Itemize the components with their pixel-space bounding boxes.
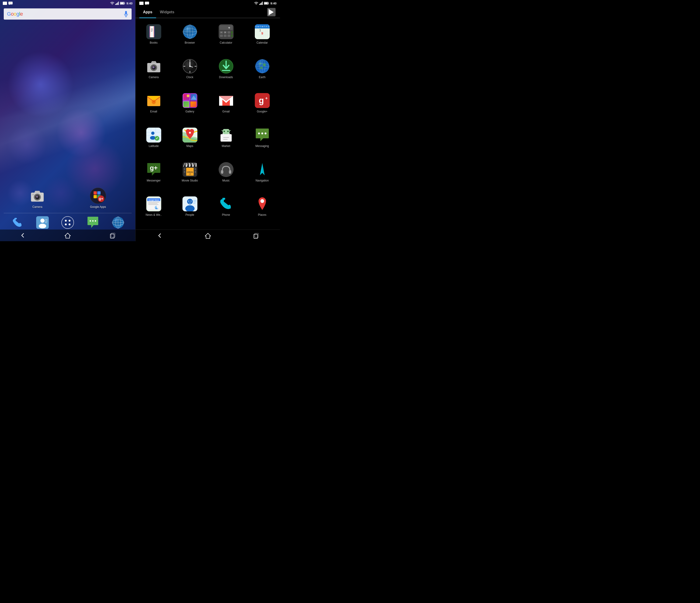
svg-rect-64 xyxy=(269,9,269,16)
app-navigation[interactable]: Navigation xyxy=(244,158,280,193)
music-label: Music xyxy=(222,179,230,182)
svg-line-162 xyxy=(222,130,223,131)
svg-rect-210 xyxy=(193,200,197,201)
navigation-icon xyxy=(255,162,270,177)
drawer-recents-button[interactable] xyxy=(250,231,262,240)
app-camera[interactable]: Camera xyxy=(135,55,172,90)
app-gallery[interactable]: Gallery xyxy=(172,89,208,124)
google-plus-icon: g + xyxy=(255,93,270,108)
app-drawer: 9:40 Apps Widgets xyxy=(135,0,280,241)
svg-rect-184 xyxy=(195,171,196,173)
tab-apps[interactable]: Apps xyxy=(139,6,156,18)
app-news[interactable]: Google News ☁ News & We.. xyxy=(135,193,172,227)
app-phone[interactable]: Phone xyxy=(208,193,244,227)
drawer-time: 9:40 xyxy=(270,2,276,5)
svg-rect-59 xyxy=(262,2,263,5)
recents-button[interactable] xyxy=(107,231,119,240)
home-camera-label: Camera xyxy=(32,205,43,208)
app-movie-studio[interactable]: CROS 25 Movie Studio xyxy=(172,158,208,193)
svg-text:−: − xyxy=(221,31,222,33)
svg-point-39 xyxy=(69,224,71,225)
tab-widgets[interactable]: Widgets xyxy=(156,6,178,18)
app-browser[interactable]: Browser xyxy=(172,21,208,55)
svg-rect-11 xyxy=(120,3,124,4)
drawer-home-button[interactable] xyxy=(202,231,214,240)
apps-drawer-circle xyxy=(61,216,74,229)
svg-rect-188 xyxy=(219,162,233,177)
dock-apps-drawer[interactable] xyxy=(61,216,75,229)
back-button[interactable] xyxy=(17,231,28,240)
svg-rect-182 xyxy=(184,171,185,173)
svg-text:Google News: Google News xyxy=(148,199,159,201)
svg-point-215 xyxy=(260,199,264,203)
dock-separator xyxy=(4,213,132,213)
app-market[interactable]: Market xyxy=(208,124,244,158)
svg-text:☁: ☁ xyxy=(155,207,157,209)
dock-messaging[interactable] xyxy=(86,216,100,229)
svg-rect-189 xyxy=(221,170,223,174)
dock-contacts[interactable] xyxy=(35,216,49,229)
gmail-icon xyxy=(219,93,233,108)
news-label: News & We.. xyxy=(146,213,162,217)
app-calendar[interactable]: S M T W T F S 1 9 Calendar xyxy=(244,21,280,55)
svg-rect-62 xyxy=(264,3,268,4)
app-email[interactable]: @ Email xyxy=(135,89,172,124)
dock-phone[interactable] xyxy=(10,216,24,229)
camera-icon-img xyxy=(29,187,46,204)
app-downloads[interactable]: Downloads xyxy=(208,55,244,90)
home-status-left xyxy=(3,2,12,5)
phone-label: Phone xyxy=(222,213,230,217)
svg-rect-22 xyxy=(32,194,34,196)
svg-text:g: g xyxy=(259,96,264,105)
home-button[interactable] xyxy=(62,231,74,240)
app-messaging[interactable]: Messaging xyxy=(244,124,280,158)
calendar-label: Calendar xyxy=(256,41,268,44)
svg-rect-58 xyxy=(261,3,262,5)
books-label: Books xyxy=(150,41,157,44)
home-google-apps-icon[interactable]: g+ Google Apps xyxy=(90,187,106,208)
app-maps[interactable]: Maps xyxy=(172,124,208,158)
movie-studio-label: Movie Studio xyxy=(182,179,198,182)
drawer-back-button[interactable] xyxy=(154,231,166,240)
battery-icon xyxy=(120,2,125,5)
app-earth[interactable]: Earth xyxy=(244,55,280,90)
people-label: People xyxy=(185,213,194,217)
svg-rect-190 xyxy=(229,170,231,174)
gallery-icon xyxy=(182,93,197,108)
svg-point-128 xyxy=(255,59,269,73)
app-clock[interactable]: Clock xyxy=(172,55,208,90)
svg-rect-51 xyxy=(110,234,114,238)
svg-point-160 xyxy=(224,131,225,132)
app-calculator[interactable]: + - − + Calculator xyxy=(208,21,244,55)
market-button[interactable] xyxy=(266,7,276,17)
svg-point-157 xyxy=(189,132,191,134)
app-google-plus[interactable]: g + Google+ xyxy=(244,89,280,124)
svg-point-77 xyxy=(183,25,197,39)
svg-text:+: + xyxy=(265,96,268,101)
app-books[interactable]: Books xyxy=(135,21,172,55)
camera-drawer-label: Camera xyxy=(149,76,159,79)
app-people[interactable]: People xyxy=(172,193,208,227)
app-music[interactable]: Music xyxy=(208,158,244,193)
home-camera-icon[interactable]: Camera xyxy=(29,187,46,208)
app-gmail[interactable]: Gmail xyxy=(208,89,244,124)
svg-rect-183 xyxy=(195,168,196,170)
svg-rect-86 xyxy=(220,34,223,37)
svg-point-167 xyxy=(261,132,263,134)
svg-rect-85 xyxy=(231,31,233,33)
svg-rect-79 xyxy=(220,25,233,30)
google-search-bar[interactable]: Google xyxy=(4,8,132,20)
google-apps-icon-img: g+ xyxy=(90,187,106,204)
app-messenger[interactable]: g+ Messenger xyxy=(135,158,172,193)
dock-browser[interactable] xyxy=(111,216,125,229)
app-latitude[interactable]: ✓ Latitude xyxy=(135,124,172,158)
clock-icon xyxy=(182,59,197,74)
svg-rect-21 xyxy=(40,194,42,195)
svg-text:-: - xyxy=(229,26,230,29)
app-places[interactable]: Places xyxy=(244,193,280,227)
svg-marker-193 xyxy=(262,163,265,175)
home-status-bar: 9:40 xyxy=(0,0,135,6)
drawer-status-right: 9:40 xyxy=(254,2,276,5)
maps-icon xyxy=(182,128,197,143)
mic-icon[interactable] xyxy=(124,11,128,17)
